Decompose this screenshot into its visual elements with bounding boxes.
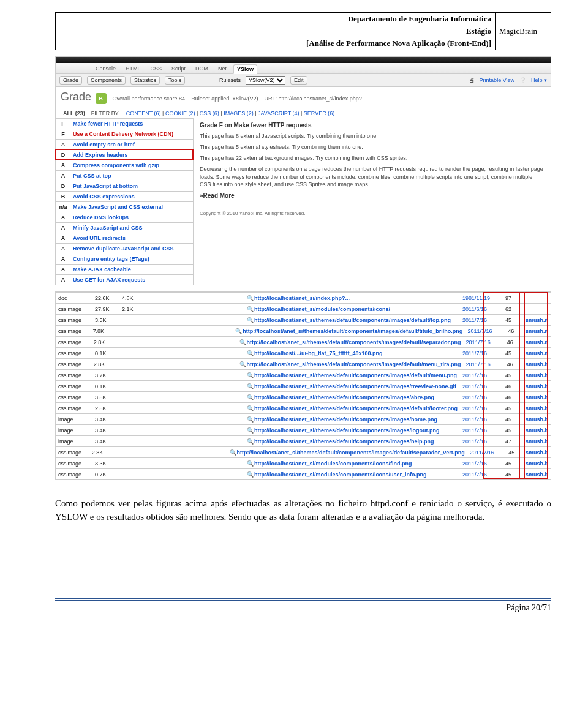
col-action[interactable]: smush.it xyxy=(521,393,551,402)
col-url[interactable]: http://localhost/anet_si/modules/compone… xyxy=(252,459,460,468)
col-action[interactable]: smush.it xyxy=(521,349,551,358)
tab-grade[interactable]: Grade xyxy=(59,76,82,85)
col-url[interactable]: http://localhost/anet_si/themes/default/… xyxy=(244,338,464,347)
firebug-tab-console[interactable]: Console xyxy=(92,64,119,74)
col-url[interactable]: http://localhost/.../ui-bg_flat_75_fffff… xyxy=(252,349,460,358)
col-response: 45 xyxy=(503,426,521,435)
col-action[interactable]: smush.it xyxy=(521,415,551,424)
col-url[interactable]: http://localhost/anet_si/themes/default/… xyxy=(240,327,465,336)
rule-grade: A xyxy=(56,171,70,181)
col-url[interactable]: http://localhost/anet_si/themes/default/… xyxy=(252,437,460,446)
rule-row[interactable]: DAdd Expires headers xyxy=(56,149,193,160)
col-response: 46 xyxy=(503,382,521,391)
magnifier-icon[interactable]: 🔍 xyxy=(233,327,240,336)
col-url[interactable]: http://localhost/anet_si/themes/default/… xyxy=(252,404,460,413)
detail-line3: This page has 22 external background ima… xyxy=(200,154,545,162)
col-url[interactable]: http://localhost/anet_si/themes/default/… xyxy=(252,382,460,391)
col-url[interactable]: http://localhost/anet_si/modules/compone… xyxy=(252,470,460,479)
magnifier-icon[interactable]: 🔍 xyxy=(244,382,252,391)
col-action[interactable] xyxy=(521,308,551,310)
rule-row[interactable]: AAvoid URL redirects xyxy=(56,233,193,243)
col-url[interactable]: http://localhost/anet_si/index.php?... xyxy=(252,294,460,302)
col-type: doc xyxy=(56,294,92,302)
col-action[interactable]: smush.it xyxy=(521,426,551,435)
col-url[interactable]: http://localhost/anet_si/themes/default/… xyxy=(252,426,460,435)
printable-view-link[interactable]: Printable View xyxy=(480,77,514,83)
col-url[interactable]: http://localhost/anet_si/themes/default/… xyxy=(244,360,464,369)
firebug-tab-css[interactable]: CSS xyxy=(148,64,165,74)
col-action[interactable]: smush.it xyxy=(521,470,551,479)
rulesets-select[interactable]: YSlow(V2) xyxy=(246,76,285,85)
col-url[interactable]: http://localhost/anet_si/themes/default/… xyxy=(252,316,460,325)
filter-link[interactable]: COOKIE (2) xyxy=(165,110,195,116)
rule-row[interactable]: ACompress components with gzip xyxy=(56,160,193,170)
magnifier-icon[interactable]: 🔍 xyxy=(244,316,252,325)
col-url[interactable]: http://localhost/anet_si/themes/default/… xyxy=(252,393,460,402)
magnifier-icon[interactable]: 🔍 xyxy=(237,338,244,347)
filter-link[interactable]: CSS (6) xyxy=(200,110,219,116)
tab-statistics[interactable]: Statistics xyxy=(130,76,160,85)
magnifier-icon[interactable]: 🔍 xyxy=(244,426,252,435)
col-action[interactable]: smush.it xyxy=(521,316,551,325)
magnifier-icon[interactable]: 🔍 xyxy=(244,459,252,468)
rule-row[interactable]: FMake fewer HTTP requests xyxy=(56,118,193,129)
tab-tools[interactable]: Tools xyxy=(165,76,185,85)
magnifier-icon[interactable]: 🔍 xyxy=(244,415,252,424)
magnifier-icon[interactable]: 🔍 xyxy=(244,404,252,413)
filter-link[interactable]: JAVASCRIPT (4) xyxy=(258,110,300,116)
hdr-title: [Análise de Performance Nova Aplicação (… xyxy=(56,37,496,50)
col-url[interactable]: http://localhost/anet_si/themes/default/… xyxy=(252,415,460,424)
rule-row[interactable]: AUse GET for AJAX requests xyxy=(56,274,193,285)
rule-grade: A xyxy=(56,244,70,254)
col-action[interactable]: smush.it xyxy=(521,371,551,380)
col-url[interactable]: http://localhost/anet_si/modules/compone… xyxy=(252,305,460,314)
read-more-link[interactable]: »Read More xyxy=(200,192,235,199)
col-url[interactable]: http://localhost/anet_si/themes/default/… xyxy=(235,448,467,457)
rule-row[interactable]: AConfigure entity tags (ETags) xyxy=(56,254,193,264)
magnifier-icon[interactable]: 🔍 xyxy=(227,448,235,457)
rule-row[interactable]: ARemove duplicate JavaScript and CSS xyxy=(56,243,193,254)
rule-grade: A xyxy=(56,160,70,170)
rule-row[interactable]: AReduce DNS lookups xyxy=(56,212,193,222)
magnifier-icon[interactable]: 🔍 xyxy=(244,393,252,402)
col-action[interactable]: smush.it xyxy=(522,360,551,369)
magnifier-icon[interactable]: 🔍 xyxy=(244,470,252,479)
col-action[interactable]: smush.it xyxy=(522,338,551,347)
firebug-tab-script[interactable]: Script xyxy=(168,64,189,74)
rule-row[interactable]: n/aMake JavaScript and CSS external xyxy=(56,201,193,212)
rule-row[interactable]: BAvoid CSS expressions xyxy=(56,191,193,201)
col-url[interactable]: http://localhost/anet_si/themes/default/… xyxy=(252,371,460,380)
rule-row[interactable]: AAvoid empty src or href xyxy=(56,139,193,149)
all-count[interactable]: ALL (23) xyxy=(63,110,85,116)
filter-link[interactable]: IMAGES (2) xyxy=(224,110,254,116)
col-action[interactable]: smush.it xyxy=(521,459,551,468)
magnifier-icon[interactable]: 🔍 xyxy=(237,360,244,369)
magnifier-icon[interactable]: 🔍 xyxy=(244,305,252,314)
col-action[interactable]: smush.it xyxy=(521,382,551,391)
filter-link[interactable]: CONTENT (6) xyxy=(126,110,161,116)
col-action[interactable] xyxy=(521,297,551,299)
col-action[interactable]: smush.it xyxy=(521,437,551,446)
magnifier-icon[interactable]: 🔍 xyxy=(244,437,252,446)
rule-row[interactable]: DPut JavaScript at bottom xyxy=(56,181,193,191)
col-action[interactable]: smush.it xyxy=(523,327,551,336)
magnifier-icon[interactable]: 🔍 xyxy=(244,294,252,302)
rule-row[interactable]: APut CSS at top xyxy=(56,170,193,181)
help-link[interactable]: Help ▾ xyxy=(531,77,547,83)
edit-button[interactable]: Edit xyxy=(290,76,307,85)
rule-row[interactable]: AMake AJAX cacheable xyxy=(56,264,193,274)
component-row: cssimage2.8K🔍http://localhost/anet_si/th… xyxy=(56,336,551,347)
filter-link[interactable]: SERVER (6) xyxy=(304,110,334,116)
rule-row[interactable]: AMinify JavaScript and CSS xyxy=(56,222,193,233)
tab-components[interactable]: Components xyxy=(87,76,126,85)
firebug-tab-yslow[interactable]: YSlow xyxy=(233,64,257,74)
firebug-tab-dom[interactable]: DOM xyxy=(192,64,211,74)
firebug-tab-html[interactable]: HTML xyxy=(123,64,144,74)
rule-row[interactable]: FUse a Content Delivery Network (CDN) xyxy=(56,129,193,139)
magnifier-icon[interactable]: 🔍 xyxy=(244,371,252,380)
col-action[interactable]: smush.it xyxy=(521,404,551,413)
col-action[interactable]: smush.it xyxy=(523,448,551,457)
firebug-tab-net[interactable]: Net xyxy=(215,64,230,74)
magnifier-icon[interactable]: 🔍 xyxy=(244,349,252,358)
col-date: 2011/7/16 xyxy=(460,371,503,380)
